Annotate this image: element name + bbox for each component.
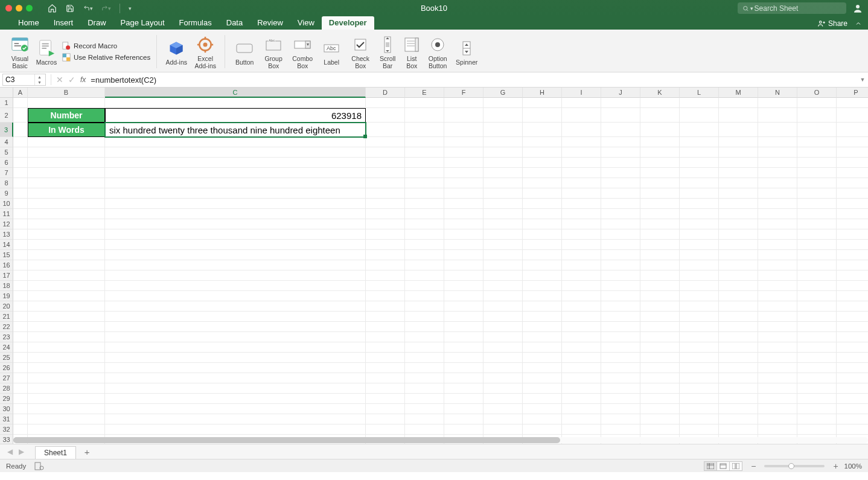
cell-K16[interactable] xyxy=(640,260,680,270)
cell-D19[interactable] xyxy=(366,291,405,301)
cell-F3[interactable] xyxy=(444,123,483,137)
cell-C28[interactable] xyxy=(105,383,366,394)
cell-I16[interactable] xyxy=(562,260,601,270)
cell-L24[interactable] xyxy=(680,342,719,353)
row-header-25[interactable]: 25 xyxy=(0,353,13,363)
cell-K3[interactable] xyxy=(640,123,680,137)
row-header-3[interactable]: 3 xyxy=(0,123,13,137)
cell-M25[interactable] xyxy=(719,353,758,363)
cell-L27[interactable] xyxy=(680,373,719,383)
cell-E12[interactable] xyxy=(405,219,444,229)
cell-E29[interactable] xyxy=(405,394,444,404)
cell-H14[interactable] xyxy=(523,240,562,250)
cell-K5[interactable] xyxy=(640,147,680,158)
name-box-up-icon[interactable]: ▲ xyxy=(35,74,44,80)
undo-icon[interactable]: ▾ xyxy=(83,4,93,13)
cell-N23[interactable] xyxy=(758,332,797,342)
cell-F21[interactable] xyxy=(444,312,483,322)
cell-C13[interactable] xyxy=(105,229,366,240)
cell-M17[interactable] xyxy=(719,270,758,281)
cell-G6[interactable] xyxy=(483,158,523,168)
cell-K26[interactable] xyxy=(640,363,680,373)
cell-P6[interactable] xyxy=(837,158,868,168)
name-box-down-icon[interactable]: ▼ xyxy=(35,80,44,85)
page-layout-view-button[interactable] xyxy=(716,461,730,471)
macros-button[interactable]: Macros xyxy=(34,37,59,66)
save-icon[interactable] xyxy=(65,4,75,13)
cell-G24[interactable] xyxy=(483,342,523,353)
cell-K10[interactable] xyxy=(640,199,680,209)
cell-A10[interactable] xyxy=(13,199,28,209)
cell-J22[interactable] xyxy=(601,322,640,332)
cell-J15[interactable] xyxy=(601,250,640,260)
qat-customize-icon[interactable]: ▾ xyxy=(129,5,132,11)
cell-O23[interactable] xyxy=(797,332,837,342)
column-header-K[interactable]: K xyxy=(640,88,680,98)
row-header-26[interactable]: 26 xyxy=(0,363,13,373)
cell-L32[interactable] xyxy=(680,424,719,435)
cell-C3[interactable]: six hundred twenty three thousand nine h… xyxy=(105,123,366,137)
cell-F11[interactable] xyxy=(444,209,483,219)
cell-K29[interactable] xyxy=(640,394,680,404)
cell-C10[interactable] xyxy=(105,199,366,209)
cell-N31[interactable] xyxy=(758,414,797,424)
cell-N13[interactable] xyxy=(758,229,797,240)
cell-I25[interactable] xyxy=(562,353,601,363)
cell-G15[interactable] xyxy=(483,250,523,260)
cell-P4[interactable] xyxy=(837,137,868,147)
cell-P5[interactable] xyxy=(837,147,868,158)
cell-A7[interactable] xyxy=(13,168,28,178)
cell-K31[interactable] xyxy=(640,414,680,424)
cell-A27[interactable] xyxy=(13,373,28,383)
cell-E3[interactable] xyxy=(405,123,444,137)
cell-N6[interactable] xyxy=(758,158,797,168)
cell-M3[interactable] xyxy=(719,123,758,137)
cell-H5[interactable] xyxy=(523,147,562,158)
cell-D9[interactable] xyxy=(366,188,405,199)
cell-E16[interactable] xyxy=(405,260,444,270)
cell-L8[interactable] xyxy=(680,178,719,188)
cell-D15[interactable] xyxy=(366,250,405,260)
cell-N20[interactable] xyxy=(758,301,797,312)
cell-A12[interactable] xyxy=(13,219,28,229)
cell-O12[interactable] xyxy=(797,219,837,229)
cell-E17[interactable] xyxy=(405,270,444,281)
cell-F7[interactable] xyxy=(444,168,483,178)
row-header-1[interactable]: 1 xyxy=(0,98,13,108)
cell-H22[interactable] xyxy=(523,322,562,332)
cell-C15[interactable] xyxy=(105,250,366,260)
cell-C8[interactable] xyxy=(105,178,366,188)
cell-L2[interactable] xyxy=(680,108,719,123)
cell-J12[interactable] xyxy=(601,219,640,229)
cell-M18[interactable] xyxy=(719,281,758,291)
cell-J16[interactable] xyxy=(601,260,640,270)
cell-G13[interactable] xyxy=(483,229,523,240)
cell-J5[interactable] xyxy=(601,147,640,158)
cell-A13[interactable] xyxy=(13,229,28,240)
cell-D17[interactable] xyxy=(366,270,405,281)
cell-E21[interactable] xyxy=(405,312,444,322)
cell-C32[interactable] xyxy=(105,424,366,435)
cell-E23[interactable] xyxy=(405,332,444,342)
cell-N17[interactable] xyxy=(758,270,797,281)
cell-E9[interactable] xyxy=(405,188,444,199)
cell-N19[interactable] xyxy=(758,291,797,301)
cell-C9[interactable] xyxy=(105,188,366,199)
cell-B5[interactable] xyxy=(28,147,105,158)
tab-draw[interactable]: Draw xyxy=(80,16,113,30)
select-all-corner[interactable] xyxy=(0,88,13,98)
cell-P30[interactable] xyxy=(837,404,868,414)
cell-D32[interactable] xyxy=(366,424,405,435)
cell-N30[interactable] xyxy=(758,404,797,414)
cell-M4[interactable] xyxy=(719,137,758,147)
spreadsheet-grid[interactable]: ABCDEFGHIJKLMNOP 12345678910111213141516… xyxy=(0,88,868,444)
cell-D28[interactable] xyxy=(366,383,405,394)
cell-J9[interactable] xyxy=(601,188,640,199)
cell-H15[interactable] xyxy=(523,250,562,260)
cell-O18[interactable] xyxy=(797,281,837,291)
cell-G8[interactable] xyxy=(483,178,523,188)
cell-A29[interactable] xyxy=(13,394,28,404)
addins-button[interactable]: Add-ins xyxy=(163,37,190,66)
cell-A23[interactable] xyxy=(13,332,28,342)
cell-G20[interactable] xyxy=(483,301,523,312)
